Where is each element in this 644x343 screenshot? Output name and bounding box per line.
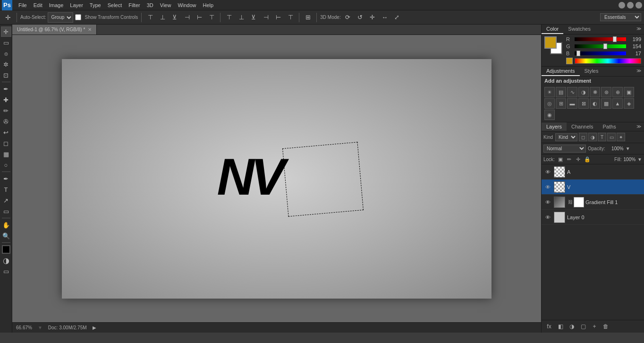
- brush-btn[interactable]: ✏: [1, 105, 11, 116]
- stamp-btn[interactable]: ✇: [1, 116, 11, 127]
- show-transform-checkbox[interactable]: [75, 14, 81, 20]
- posterize-btn[interactable]: ▦: [601, 98, 611, 109]
- distribute-hcenter-btn[interactable]: ⊢: [273, 12, 283, 23]
- styles-tab[interactable]: Styles: [580, 67, 603, 76]
- move-tool-btn[interactable]: ✛: [1, 26, 11, 37]
- history-brush-btn[interactable]: ↩: [1, 127, 11, 137]
- lock-position-btn[interactable]: ✛: [575, 155, 582, 163]
- layer-item-a[interactable]: 👁 A: [542, 164, 644, 180]
- add-mask-btn[interactable]: ◧: [556, 322, 565, 331]
- screen-mode-btn[interactable]: ▭: [1, 266, 11, 276]
- hand-btn[interactable]: ✋: [1, 220, 11, 230]
- layer-0-visibility-btn[interactable]: 👁: [543, 213, 552, 222]
- auto-select-type-select[interactable]: Group Layer: [48, 12, 73, 23]
- paths-tab[interactable]: Paths: [598, 122, 621, 131]
- align-vcenter-btn[interactable]: ⊥: [157, 12, 168, 23]
- filter-type-btn[interactable]: T: [598, 133, 606, 141]
- auto-align-btn[interactable]: ⊞: [303, 12, 313, 23]
- distribute-right-btn[interactable]: ⊤: [285, 12, 296, 23]
- gradient-btn[interactable]: ▦: [1, 149, 11, 159]
- menu-view[interactable]: View: [157, 1, 175, 9]
- close-btn[interactable]: [636, 2, 642, 9]
- red-thumb[interactable]: [613, 36, 617, 42]
- channels-tab[interactable]: Channels: [567, 122, 598, 131]
- heal-btn[interactable]: ✚: [1, 94, 11, 105]
- align-left-btn[interactable]: ⊣: [182, 12, 192, 23]
- filter-adjustment-btn[interactable]: ◑: [588, 133, 597, 141]
- gradient-map-btn[interactable]: ▬: [567, 98, 577, 109]
- swatches-tab[interactable]: Swatches: [563, 25, 595, 34]
- restore-btn[interactable]: [627, 2, 634, 9]
- distribute-left-btn[interactable]: ⊣: [261, 12, 271, 23]
- 3d-rotate-btn[interactable]: ⟳: [343, 12, 353, 23]
- color-bal-adj-btn[interactable]: ⊕: [612, 87, 623, 97]
- distribute-bottom-btn[interactable]: ⊻: [248, 12, 259, 23]
- 3d-slide-btn[interactable]: ↔: [380, 12, 390, 23]
- layer-item-gradient[interactable]: 👁 ⛓ Gradient Fill 1: [542, 195, 644, 210]
- hdr-toning-btn[interactable]: ◉: [544, 110, 555, 120]
- distribute-top-btn[interactable]: ⊤: [224, 12, 234, 23]
- canvas-wrapper[interactable]: NV: [12, 35, 541, 322]
- threshold-btn[interactable]: ▲: [612, 98, 623, 109]
- new-group-btn[interactable]: ▢: [578, 322, 588, 331]
- exposure-adj-btn[interactable]: ◑: [578, 87, 589, 97]
- foreground-swatch[interactable]: [544, 36, 557, 49]
- doc-info-arrow[interactable]: ▶: [93, 325, 96, 330]
- selective-color-btn[interactable]: ⊠: [578, 98, 589, 109]
- menu-type[interactable]: Type: [86, 1, 104, 9]
- blend-mode-select[interactable]: Normal Multiply Screen Overlay: [543, 145, 586, 153]
- layers-tab[interactable]: Layers: [542, 122, 567, 131]
- invert-btn[interactable]: ◐: [590, 98, 600, 109]
- red-slider[interactable]: [575, 37, 626, 41]
- layer-gradient-visibility-btn[interactable]: 👁: [543, 198, 552, 206]
- menu-3d[interactable]: 3D: [144, 1, 157, 9]
- fg-color-btn[interactable]: [2, 245, 10, 254]
- 3d-scale-btn[interactable]: ⤢: [392, 12, 402, 23]
- bw-adj-btn[interactable]: ▣: [624, 87, 634, 97]
- layer-fx-btn[interactable]: fx: [544, 322, 554, 331]
- menu-file[interactable]: File: [15, 1, 30, 9]
- new-layer-btn[interactable]: +: [590, 322, 599, 331]
- marquee-tool-btn[interactable]: ▭: [1, 37, 11, 48]
- align-right-btn[interactable]: ⊤: [206, 12, 217, 23]
- align-top-btn[interactable]: ⊤: [145, 12, 155, 23]
- eyedropper-btn[interactable]: ✒: [1, 84, 11, 94]
- kind-filter-select[interactable]: Kind: [555, 133, 577, 141]
- hue-sat-adj-btn[interactable]: ⊛: [601, 87, 611, 97]
- blue-slider[interactable]: [575, 51, 626, 55]
- 3d-roll-btn[interactable]: ↺: [355, 12, 365, 23]
- quick-select-btn[interactable]: ✲: [1, 59, 11, 69]
- quick-mask-btn[interactable]: ◑: [1, 255, 11, 266]
- shape-btn[interactable]: ▭: [1, 206, 11, 216]
- menu-window[interactable]: Window: [174, 1, 199, 9]
- filter-shape-btn[interactable]: ▭: [607, 133, 616, 141]
- delete-layer-btn[interactable]: 🗑: [601, 322, 610, 331]
- menu-select[interactable]: Select: [104, 1, 126, 9]
- type-btn[interactable]: T: [1, 184, 11, 195]
- filter-smart-btn[interactable]: ✦: [617, 133, 625, 141]
- opacity-arrow[interactable]: ▼: [626, 146, 630, 151]
- vibrance-adj-btn[interactable]: ❋: [590, 87, 600, 97]
- adjustments-tab[interactable]: Adjustments: [542, 67, 580, 76]
- layer-item-v[interactable]: 👁 V: [542, 180, 644, 195]
- layer-a-visibility-btn[interactable]: 👁: [543, 168, 552, 176]
- layer-v-visibility-btn[interactable]: 👁: [543, 183, 552, 191]
- green-thumb[interactable]: [603, 43, 607, 49]
- layer-item-0[interactable]: 👁 Layer 0: [542, 210, 644, 225]
- menu-help[interactable]: Help: [200, 1, 217, 9]
- align-bottom-btn[interactable]: ⊻: [169, 12, 180, 23]
- color-spectrum[interactable]: [575, 58, 641, 64]
- green-slider[interactable]: [575, 44, 626, 48]
- color-tab[interactable]: Color: [542, 25, 563, 34]
- menu-filter[interactable]: Filter: [125, 1, 143, 9]
- lock-transparency-btn[interactable]: ▣: [557, 155, 564, 163]
- eraser-btn[interactable]: ◻: [1, 138, 11, 148]
- menu-image[interactable]: Image: [46, 1, 67, 9]
- menu-edit[interactable]: Edit: [30, 1, 46, 9]
- minimize-btn[interactable]: [619, 2, 625, 9]
- lock-paint-btn[interactable]: ✏: [566, 155, 573, 163]
- crop-tool-btn[interactable]: ⊡: [1, 70, 11, 80]
- workspace-select[interactable]: Essentials Photography Design: [600, 13, 641, 21]
- distribute-vcenter-btn[interactable]: ⊥: [236, 12, 246, 23]
- 3d-pan-btn[interactable]: ✛: [367, 12, 378, 23]
